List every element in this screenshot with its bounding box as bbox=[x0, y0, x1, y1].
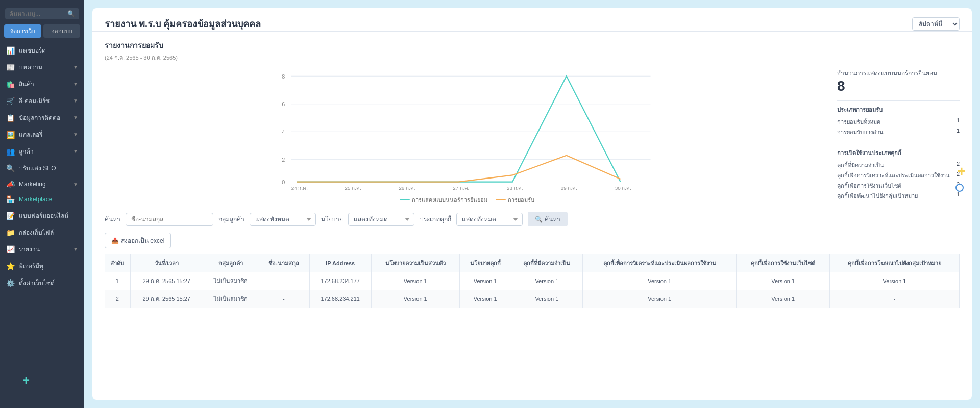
chevron-down-icon: ▼ bbox=[73, 182, 78, 187]
teal-legend-dot bbox=[400, 199, 410, 200]
sidebar-item-marketing[interactable]: 📣 Marketing ▼ bbox=[0, 176, 84, 192]
chevron-down-icon: ▼ bbox=[73, 115, 78, 120]
sidebar-item-seo[interactable]: 🔍 ปรับแต่ง SEO bbox=[0, 160, 84, 176]
gallery-icon: 🖼️ bbox=[6, 131, 15, 139]
sidebar-item-label: ลูกค้า bbox=[19, 146, 69, 156]
chart-container: 8 6 4 2 0 24 ก.ค. 25 ก.ค. bbox=[105, 68, 829, 191]
cookie-type-row-0: คุกกี้ที่มีความจำเป็น 2 bbox=[837, 161, 960, 170]
sidebar-item-gallery[interactable]: 🖼️ แกลเลอรี่ ▼ bbox=[0, 126, 84, 143]
col-header-analytics: คุกกี้เพื่อการวิเคราะห์และประเมินผลการใช… bbox=[583, 254, 737, 272]
cell-ip: 172.68.234.177 bbox=[309, 272, 371, 290]
table-container: ลำดับ วันที่/เวลา กลุ่มลูกค้า ชื่อ-นามสก… bbox=[105, 254, 960, 308]
sidebar-item-label: แดชบอร์ด bbox=[19, 45, 78, 55]
cell-functional: Version 1 bbox=[737, 290, 830, 308]
sidebar-item-label: แบบฟอร์มออนไลน์ bbox=[19, 211, 78, 220]
sidebar-item-label: พีเจอร์มีทุ bbox=[19, 261, 78, 271]
legend-consent-form: การแสดงแบบนนอร์การยืนยอม bbox=[400, 195, 487, 205]
chart-section: รายงานการยอมรับ (24 ก.ค. 2565 - 30 ก.ค. … bbox=[105, 40, 960, 201]
policy-select[interactable]: แสดงทั้งหมด bbox=[348, 213, 414, 226]
consent-type-value: 1 bbox=[957, 117, 960, 126]
news-icon: 📰 bbox=[6, 63, 15, 71]
sidebar-item-forms[interactable]: 📝 แบบฟอร์มออนไลน์ bbox=[0, 207, 84, 224]
sidebar-item-label: สินค้า bbox=[19, 79, 69, 89]
sidebar-item-customers[interactable]: 👥 ลูกค้า ▼ bbox=[0, 143, 84, 160]
date-range: (24 ก.ค. 2565 - 30 ก.ค. 2565) bbox=[105, 53, 960, 62]
search-button[interactable]: 🔍 ค้นหา bbox=[528, 212, 568, 226]
sidebar-item-settings[interactable]: ⚙️ ตั้งค่าเว็บไซต์ bbox=[0, 274, 84, 291]
chevron-down-icon: ▼ bbox=[73, 64, 78, 70]
sidebar-item-reports[interactable]: 📈 รายงาน ▼ bbox=[0, 241, 84, 258]
svg-text:27 ก.ค.: 27 ก.ค. bbox=[453, 185, 469, 191]
consent-type-label: การยอมรับทั้งหมด bbox=[837, 117, 880, 126]
seo-icon: 🔍 bbox=[6, 164, 15, 172]
tab-manage[interactable]: จัดการเว็บ bbox=[4, 24, 41, 38]
chart-section-title: รายงานการยอมรับ bbox=[105, 40, 960, 51]
consent-type-row-0: การยอมรับทั้งหมด 1 bbox=[837, 117, 960, 126]
cookie-type-value: 1 bbox=[957, 191, 960, 200]
cell-group: ไม่เป็นสมาชิก bbox=[203, 290, 258, 308]
sidebar-item-ecommerce[interactable]: 🛒 อี-คอมเมิร์ซ ▼ bbox=[0, 92, 84, 109]
stat-number-block: จำนวนการแสดงแบบนนอร์การยืนยอม 8 bbox=[837, 68, 960, 94]
cell-analytics: Version 1 bbox=[583, 272, 737, 290]
cell-datetime: 29 ก.ค. 2565 15:27 bbox=[130, 290, 203, 308]
svg-text:4: 4 bbox=[282, 129, 285, 135]
cell-name: - bbox=[258, 290, 309, 308]
chart-svg: 8 6 4 2 0 24 ก.ค. 25 ก.ค. bbox=[105, 68, 829, 191]
sidebar-item-label: Marketplace bbox=[19, 196, 78, 203]
col-header-cookie-policy: นโยบายคุกกี้ bbox=[459, 254, 511, 272]
svg-text:8: 8 bbox=[282, 73, 285, 80]
data-table: ลำดับ วันที่/เวลา กลุ่มลูกค้า ชื่อ-นามสก… bbox=[105, 254, 960, 308]
cell-cookie-policy: Version 1 bbox=[459, 290, 511, 308]
sidebar-item-members[interactable]: ⭐ พีเจอร์มีทุ bbox=[0, 258, 84, 274]
export-area: 📤 ส่งออกเป็น excel bbox=[105, 233, 960, 248]
sidebar-item-label: กล่องเก็บไฟล์ bbox=[19, 227, 78, 237]
settings-icon: ⚙️ bbox=[6, 279, 15, 287]
filter-area: ค้นหา กลุ่มลูกค้า แสดงทั้งหมด นโยบาย แสด… bbox=[105, 212, 960, 226]
export-excel-button[interactable]: 📤 ส่งออกเป็น excel bbox=[105, 233, 171, 248]
sidebar-item-contact[interactable]: 📋 ข้อมูลการติดต่อ ▼ bbox=[0, 109, 84, 126]
sidebar-item-label: ตั้งค่าเว็บไซต์ bbox=[19, 278, 78, 288]
cell-name: - bbox=[258, 272, 309, 290]
cell-analytics: Version 1 bbox=[583, 290, 737, 308]
sidebar-item-files[interactable]: 📁 กล่องเก็บไฟล์ bbox=[0, 224, 84, 241]
sidebar-item-news[interactable]: 📰 บทความ ▼ bbox=[0, 59, 84, 75]
col-header-datetime: วันที่/เวลา bbox=[130, 254, 203, 272]
svg-text:2: 2 bbox=[282, 157, 285, 163]
svg-text:30 ก.ค.: 30 ก.ค. bbox=[615, 185, 631, 191]
page-header: รายงาน พ.ร.บ คุ้มครองข้อมูลส่วนบุคคล สัป… bbox=[92, 8, 972, 32]
col-header-id: ลำดับ bbox=[105, 254, 130, 272]
cell-targeting: - bbox=[830, 290, 960, 308]
tab-edit[interactable]: ออกแบบ bbox=[43, 24, 81, 38]
col-header-name: ชื่อ-นามสกุล bbox=[258, 254, 309, 272]
floating-circle-indicator bbox=[955, 184, 964, 192]
cell-privacy: Version 1 bbox=[371, 272, 459, 290]
stat-number-value: 8 bbox=[837, 78, 960, 94]
stat-number-label: จำนวนการแสดงแบบนนอร์การยืนยอม bbox=[837, 68, 960, 78]
floating-add-right-button[interactable]: + bbox=[958, 163, 966, 180]
sidebar-item-marketplace[interactable]: 🏪 Marketplace bbox=[0, 192, 84, 207]
cookie-type-select[interactable]: แสดงทั้งหมด bbox=[456, 213, 523, 226]
period-select[interactable]: สัปดาห์นี้ เดือนนี้ ปีนี้ กำหนดเอง bbox=[912, 17, 960, 31]
sidebar-search-container[interactable]: 🔍 bbox=[5, 8, 79, 19]
cookie-type-row-2: คุกกี้เพื่อการใช้งานเว็บไซต์ 2 bbox=[837, 181, 960, 190]
chart-legend: การแสดงแบบนนอร์การยืนยอม การยอมรับ bbox=[105, 195, 829, 205]
search-label: ค้นหา bbox=[105, 214, 120, 224]
search-name-input[interactable] bbox=[126, 213, 213, 226]
sidebar-item-products[interactable]: 🛍️ สินค้า ▼ bbox=[0, 75, 84, 92]
svg-text:25 ก.ค.: 25 ก.ค. bbox=[345, 185, 361, 191]
cookie-type-row-3: คุกกี้เพื่อพัฒนาไปยังกลุ่มเป้าหมาย 1 bbox=[837, 191, 960, 200]
cookie-type-label: คุกกี้เพื่อพัฒนาไปยังกลุ่มเป้าหมาย bbox=[837, 191, 918, 200]
customer-group-select[interactable]: แสดงทั้งหมด bbox=[250, 213, 316, 226]
marketplace-icon: 🏪 bbox=[6, 195, 15, 203]
sidebar-item-dashboard[interactable]: 📊 แดชบอร์ด bbox=[0, 42, 84, 59]
customers-icon: 👥 bbox=[6, 147, 15, 156]
search-icon: 🔍 bbox=[67, 10, 75, 17]
chevron-down-icon: ▼ bbox=[73, 98, 78, 104]
floating-add-button[interactable]: + bbox=[22, 373, 30, 388]
search-btn-label: ค้นหา bbox=[545, 214, 560, 224]
search-input[interactable] bbox=[9, 10, 65, 17]
cookie-types-section: การเปิดใช้งานประเภทคุกกี้ คุกกี้ที่มีควา… bbox=[837, 144, 960, 201]
sidebar: 🔍 จัดการเว็บ ออกแบบ 📊 แดชบอร์ด 📰 บทความ … bbox=[0, 0, 84, 408]
cell-ip: 172.68.234.211 bbox=[309, 290, 371, 308]
chevron-down-icon: ▼ bbox=[73, 246, 78, 252]
